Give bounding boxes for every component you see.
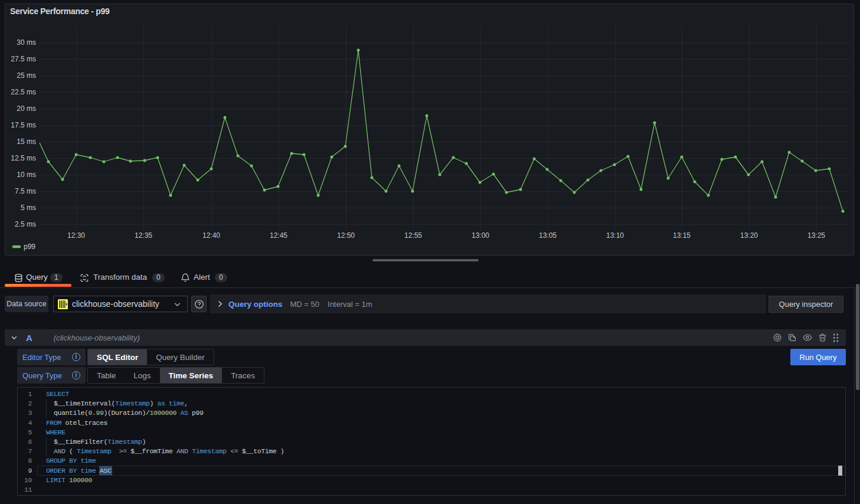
svg-text:12:50: 12:50 (337, 231, 355, 240)
svg-text:12:45: 12:45 (270, 231, 287, 240)
svg-text:20 ms: 20 ms (17, 104, 36, 113)
svg-text:7.5 ms: 7.5 ms (15, 187, 36, 195)
svg-text:2.5 ms: 2.5 ms (15, 220, 36, 228)
svg-text:12:55: 12:55 (404, 231, 422, 240)
svg-text:12.5 ms: 12.5 ms (11, 154, 36, 162)
svg-text:12:35: 12:35 (135, 231, 152, 240)
svg-text:13:10: 13:10 (606, 231, 624, 240)
svg-text:13:00: 13:00 (472, 231, 489, 240)
svg-text:25 ms: 25 ms (17, 71, 36, 80)
svg-text:12:30: 12:30 (67, 231, 85, 240)
svg-text:13:20: 13:20 (740, 231, 758, 240)
svg-text:27.5 ms: 27.5 ms (11, 55, 36, 63)
svg-text:5 ms: 5 ms (21, 204, 36, 212)
svg-text:15 ms: 15 ms (17, 138, 36, 146)
svg-text:10 ms: 10 ms (17, 171, 36, 179)
svg-text:17.5 ms: 17.5 ms (11, 121, 36, 129)
svg-text:22.5 ms: 22.5 ms (11, 88, 36, 96)
svg-text:13:05: 13:05 (539, 231, 557, 240)
svg-text:p99: p99 (24, 243, 35, 251)
svg-text:30 ms: 30 ms (17, 38, 36, 47)
svg-text:13:15: 13:15 (673, 231, 691, 240)
svg-text:13:25: 13:25 (807, 231, 825, 240)
svg-text:12:40: 12:40 (202, 231, 220, 240)
